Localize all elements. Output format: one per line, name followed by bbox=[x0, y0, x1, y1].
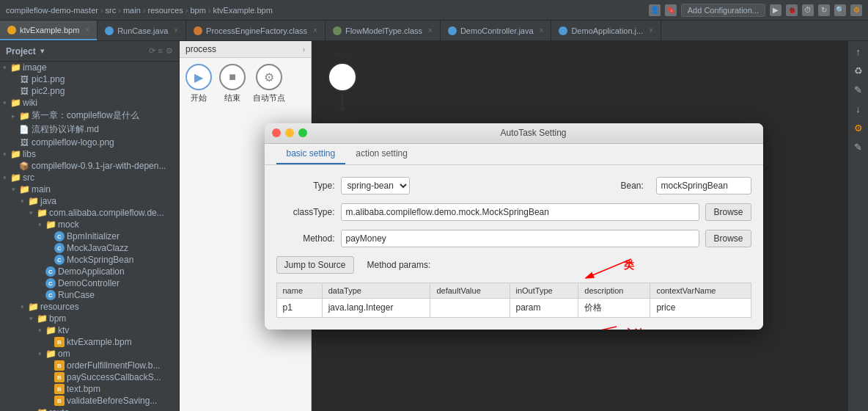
tree-item-mock[interactable]: ▾📁mock bbox=[0, 219, 179, 230]
sync-icon[interactable]: ⟳ bbox=[149, 46, 155, 56]
tree-label: bpm bbox=[49, 313, 66, 324]
tab-flowmodel[interactable]: FlowModelType.class × bbox=[326, 21, 441, 40]
right-icon-6[interactable]: ✎ bbox=[851, 139, 866, 154]
close-icon[interactable]: × bbox=[313, 26, 317, 34]
tree-item-wiki[interactable]: ▾📁wiki bbox=[0, 97, 179, 109]
tree-item--------md[interactable]: 📄流程协议详解.md bbox=[0, 123, 179, 137]
tab-demoapplication[interactable]: DemoApplication.j... × bbox=[551, 21, 661, 40]
tree-item-java[interactable]: ▾📁java bbox=[0, 195, 179, 207]
bookmark-icon[interactable]: 🔖 bbox=[665, 4, 677, 16]
flow-tab-icon bbox=[333, 26, 342, 35]
dialog-title: AutoTask Setting bbox=[312, 128, 756, 138]
cell-name: p1 bbox=[276, 298, 322, 317]
tree-item-DemoApplication[interactable]: CDemoApplication bbox=[0, 266, 179, 277]
cell-inouttype: param bbox=[510, 298, 578, 317]
cell-description: 价格 bbox=[578, 298, 650, 317]
search-icon[interactable]: 🔍 bbox=[834, 4, 846, 16]
close-icon[interactable]: × bbox=[174, 26, 178, 34]
debug-icon[interactable]: 🐞 bbox=[786, 4, 798, 16]
method-input[interactable] bbox=[341, 230, 700, 247]
tree-label: paySuccessCallbackS... bbox=[67, 372, 161, 382]
tree-item-image[interactable]: ▾📁image bbox=[0, 62, 179, 73]
avatar-icon[interactable]: 👤 bbox=[649, 4, 661, 16]
close-icon[interactable]: × bbox=[85, 26, 89, 34]
tree-item-BpmInitializer[interactable]: CBpmInitializer bbox=[0, 230, 179, 242]
tree-item-DemoController[interactable]: CDemoController bbox=[0, 277, 179, 289]
tree-item-ktvExample-bpm[interactable]: BktvExample.bpm bbox=[0, 336, 179, 348]
close-traffic-light[interactable] bbox=[272, 128, 281, 137]
classtype-browse-button[interactable]: Browse bbox=[705, 203, 751, 221]
tree-item-route[interactable]: ▾📁route bbox=[0, 407, 179, 411]
maximize-traffic-light[interactable] bbox=[298, 128, 307, 137]
dropdown-arrow-icon[interactable]: ▾ bbox=[40, 46, 45, 56]
tree-item-om[interactable]: ▾📁om bbox=[0, 348, 179, 360]
tree-item-MockSpringBean[interactable]: CMockSpringBean bbox=[0, 254, 179, 266]
jump-params-row: Jump to Source Method params: bbox=[276, 256, 751, 274]
type-bean-row: Type: spring-bean Bean: bbox=[276, 177, 751, 194]
collapse-icon[interactable]: ≡ bbox=[158, 46, 163, 56]
tree-item-text-bpm[interactable]: Btext.bpm bbox=[0, 383, 179, 395]
method-browse-button[interactable]: Browse bbox=[705, 230, 751, 247]
right-icon-4[interactable]: ↓ bbox=[851, 101, 866, 116]
tab-democontroller[interactable]: DemoController.java × bbox=[441, 21, 552, 40]
tree-item-libs[interactable]: ▾📁libs bbox=[0, 148, 179, 160]
right-icon-1[interactable]: ↑ bbox=[851, 44, 866, 59]
tree-item-pic2-png[interactable]: 🖼pic2.png bbox=[0, 85, 179, 97]
tree-item-MockJavaClazz[interactable]: CMockJavaClazz bbox=[0, 242, 179, 254]
tree-label: DemoController bbox=[58, 278, 119, 288]
tab-basic-setting[interactable]: basic setting bbox=[276, 144, 346, 164]
tree-item-paySuccessCallbackS---[interactable]: BpaySuccessCallbackS... bbox=[0, 371, 179, 383]
gear-icon[interactable]: ⚙ bbox=[850, 4, 862, 16]
tab-flowmodel-label: FlowModelType.class bbox=[345, 26, 422, 35]
type-select[interactable]: spring-bean bbox=[341, 177, 410, 194]
col-inouttype-header: inOutType bbox=[510, 283, 578, 298]
modal-overlay: AutoTask Setting basic setting action se… bbox=[180, 41, 847, 411]
tree-label: text.bpm bbox=[67, 384, 100, 394]
tree-label: wiki bbox=[23, 98, 37, 108]
right-icon-5[interactable]: ⚙ bbox=[851, 120, 866, 135]
close-icon[interactable]: × bbox=[649, 26, 653, 34]
jump-to-source-button[interactable]: Jump to Source bbox=[276, 256, 354, 274]
tree-item-com-alibaba-compileflow-de---[interactable]: ▾📁com.alibaba.compileflow.de... bbox=[0, 207, 179, 219]
tree-item-src[interactable]: ▾📁src bbox=[0, 172, 179, 183]
close-icon[interactable]: × bbox=[540, 26, 544, 34]
tree-icon: C bbox=[54, 231, 65, 241]
tab-action-setting[interactable]: action setting bbox=[345, 144, 418, 164]
breadcrumb-part-2: src bbox=[106, 6, 117, 15]
bean-input[interactable] bbox=[656, 177, 751, 194]
run-icon[interactable]: ▶ bbox=[770, 4, 781, 16]
tree-item-validateBeforeSaving---[interactable]: BvalidateBeforeSaving... bbox=[0, 395, 179, 407]
tab-processengine[interactable]: ProcessEngineFactory.class × bbox=[186, 21, 326, 40]
profile-icon[interactable]: ⏱ bbox=[802, 4, 814, 16]
tree-item-pic1-png[interactable]: 🖼pic1.png bbox=[0, 73, 179, 85]
project-title: Project bbox=[6, 46, 36, 57]
tree-icon: 📁 bbox=[28, 196, 38, 206]
tab-runcase[interactable]: RunCase.java × bbox=[98, 21, 186, 40]
tree-item-ktv[interactable]: ▾📁ktv bbox=[0, 324, 179, 336]
tree-item-resources[interactable]: ▾📁resources bbox=[0, 301, 179, 313]
tree-label: BpmInitializer bbox=[67, 231, 119, 241]
tree-item-compileflow-0-9-1-jar-with-depen---[interactable]: 📦compileflow-0.9.1-jar-with-depen... bbox=[0, 160, 179, 172]
minimize-traffic-light[interactable] bbox=[285, 128, 294, 137]
tree-icon: 🖼 bbox=[19, 86, 29, 96]
right-icon-3[interactable]: ✎ bbox=[851, 82, 866, 97]
tree-label: MockSpringBean bbox=[67, 255, 133, 265]
close-icon[interactable]: × bbox=[428, 26, 433, 34]
tree-item-orderFulfillmentFlow-b---[interactable]: BorderFulfillmentFlow.b... bbox=[0, 360, 179, 371]
settings-icon[interactable]: ⚙ bbox=[166, 46, 173, 56]
ide-container: compileflow-demo-master › src › main › r… bbox=[0, 0, 868, 411]
tree-item-RunCase[interactable]: CRunCase bbox=[0, 289, 179, 301]
classtype-input[interactable] bbox=[341, 203, 700, 221]
tree-item-bpm[interactable]: ▾📁bpm bbox=[0, 313, 179, 324]
breadcrumb-part-6: ktvExample.bpm bbox=[213, 6, 273, 15]
reload-icon[interactable]: ↻ bbox=[818, 4, 830, 16]
tree-icon: 🖼 bbox=[19, 137, 29, 148]
tree-icon: 📄 bbox=[19, 125, 29, 135]
tree-item-compileflow-logo-png[interactable]: 🖼compileflow-logo.png bbox=[0, 137, 179, 148]
tab-ktv-example-bpm[interactable]: ktvExample.bpm × bbox=[0, 21, 98, 40]
tree-item-----compileflow---[interactable]: ▸📁第一章：compileflow是什么 bbox=[0, 109, 179, 123]
add-configuration-button[interactable]: Add Configuration... bbox=[681, 4, 765, 17]
tree-item-main[interactable]: ▾📁main bbox=[0, 183, 179, 195]
tree-icon: 📁 bbox=[19, 184, 29, 194]
right-icon-2[interactable]: ♻ bbox=[851, 63, 866, 78]
